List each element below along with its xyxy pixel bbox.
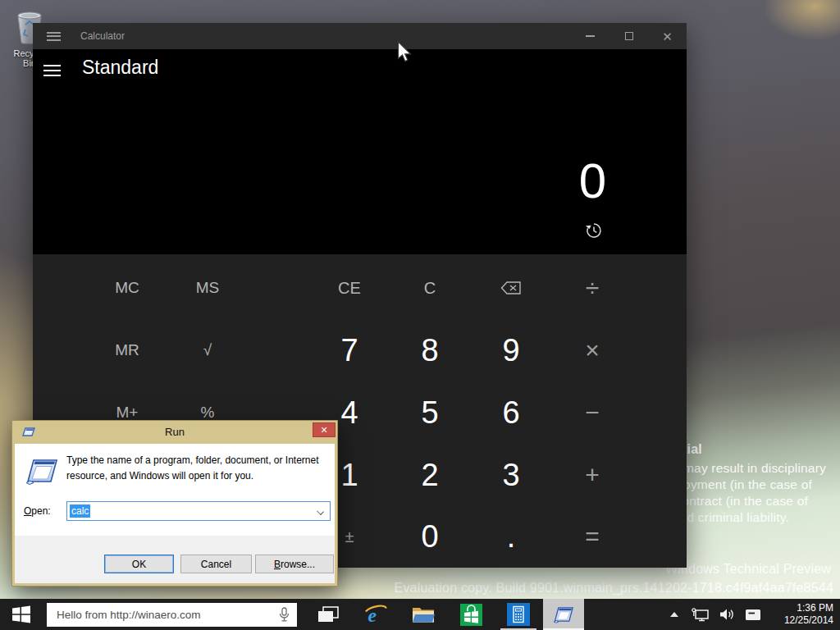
maximize-button[interactable]	[609, 23, 648, 49]
network-tray-button[interactable]	[692, 608, 710, 622]
windows-logo-icon	[11, 605, 31, 624]
clock-time: 1:36 PM	[774, 602, 833, 614]
browse-button[interactable]: Browse...	[255, 555, 334, 573]
start-button[interactable]	[0, 599, 43, 630]
taskbar-internet-explorer[interactable]: e	[352, 599, 399, 630]
calc-key-equals[interactable]: =	[553, 506, 632, 567]
minimize-button[interactable]	[571, 23, 609, 49]
network-icon	[692, 608, 710, 622]
run-dialog-body: Type the name of a program, folder, docu…	[15, 444, 335, 536]
calculator-app-icon	[507, 603, 530, 626]
calc-key-memory-store[interactable]: MS	[168, 258, 247, 318]
task-view-button[interactable]	[304, 599, 352, 630]
run-dialog-titlebar[interactable]: Run ✕	[12, 421, 337, 444]
open-label: Open:	[24, 505, 51, 517]
close-button[interactable]: ✕	[648, 23, 687, 49]
calc-key-clear-entry[interactable]: CE	[310, 258, 389, 318]
clock-date: 12/25/2014	[774, 614, 833, 627]
calculator-mode-title: Standard	[82, 57, 158, 79]
run-dialog-message: Type the name of a program, folder, docu…	[66, 453, 327, 484]
menu-hamburger-button[interactable]	[43, 62, 61, 80]
action-center-tray-button[interactable]	[745, 609, 761, 621]
ok-button[interactable]: OK	[104, 555, 174, 573]
search-placeholder-text: Hello from http://winaero.com	[57, 609, 201, 621]
desktop: Microsoft Confidential Unauthorized use …	[0, 0, 840, 630]
show-hidden-icons-button[interactable]	[670, 612, 678, 617]
calc-key-multiply[interactable]: ×	[553, 320, 632, 381]
backspace-icon	[500, 281, 522, 295]
internet-explorer-icon: e	[364, 603, 387, 626]
calculator-display: 0	[579, 154, 606, 208]
speaker-icon	[719, 608, 735, 621]
calc-key-backspace[interactable]	[472, 258, 550, 318]
mouse-cursor	[397, 41, 413, 64]
calc-key-two[interactable]: 2	[390, 445, 469, 505]
minimize-icon	[586, 35, 595, 37]
combobox-dropdown-icon[interactable]	[317, 508, 324, 515]
taskbar-run-active[interactable]	[543, 599, 584, 630]
windows-store-icon	[460, 604, 482, 626]
taskbar-calculator[interactable]	[495, 599, 542, 630]
calc-key-six[interactable]: 6	[472, 382, 550, 443]
cancel-button[interactable]: Cancel	[180, 555, 252, 573]
file-explorer-icon	[412, 605, 435, 624]
calc-key-three[interactable]: 3	[472, 445, 550, 505]
maximize-icon	[625, 32, 633, 40]
microphone-icon[interactable]	[279, 607, 290, 623]
calc-key-add[interactable]: +	[553, 445, 632, 505]
calc-key-nine[interactable]: 9	[472, 320, 550, 381]
calculator-window-title: Calculator	[80, 30, 125, 42]
open-input-value[interactable]: calc	[70, 504, 90, 518]
run-dialog-icon	[25, 457, 59, 485]
calc-key-eight[interactable]: 8	[390, 320, 469, 381]
calc-key-memory-clear[interactable]: MC	[88, 258, 167, 318]
action-center-icon	[745, 609, 761, 621]
calc-key-seven[interactable]: 7	[310, 320, 389, 381]
volume-tray-button[interactable]	[719, 608, 735, 621]
taskbar-search-box[interactable]: Hello from http://winaero.com	[47, 603, 297, 627]
watermark-edition: Windows Technical Preview	[665, 562, 831, 577]
system-tray: 1:36 PM 12/25/2014	[670, 599, 840, 630]
calc-key-square-root[interactable]: √	[168, 320, 247, 381]
taskbar-clock[interactable]: 1:36 PM 12/25/2014	[774, 602, 833, 627]
run-close-button[interactable]: ✕	[313, 422, 336, 437]
close-icon: ✕	[662, 30, 673, 43]
run-dialog: Run ✕ Type the name of a program, folder…	[11, 420, 338, 587]
task-view-icon	[317, 606, 339, 623]
calc-key-five[interactable]: 5	[390, 382, 469, 443]
open-combobox[interactable]: calc	[66, 501, 331, 521]
taskbar-file-explorer[interactable]	[399, 599, 447, 630]
calc-key-memory-recall[interactable]: MR	[88, 320, 167, 381]
taskbar-windows-store[interactable]	[447, 599, 495, 630]
close-icon: ✕	[320, 425, 327, 436]
calc-key-subtract[interactable]: −	[553, 382, 632, 443]
history-button[interactable]	[585, 221, 603, 240]
run-dialog-title: Run	[12, 426, 337, 438]
run-app-icon	[553, 605, 574, 623]
calc-key-zero[interactable]: 0	[390, 506, 469, 567]
watermark-build: Evaluation copy. Build 9901.winmain_prs.…	[395, 581, 833, 596]
taskbar: Hello from http://winaero.com e	[0, 599, 840, 630]
calc-key-clear[interactable]: C	[390, 258, 469, 318]
calculator-titlebar[interactable]: Calculator ✕	[33, 23, 687, 49]
calc-key-divide[interactable]: ÷	[553, 258, 632, 318]
history-icon	[585, 221, 603, 240]
calc-key-decimal[interactable]: .	[472, 506, 550, 567]
titlebar-hamburger-icon[interactable]	[47, 30, 61, 43]
